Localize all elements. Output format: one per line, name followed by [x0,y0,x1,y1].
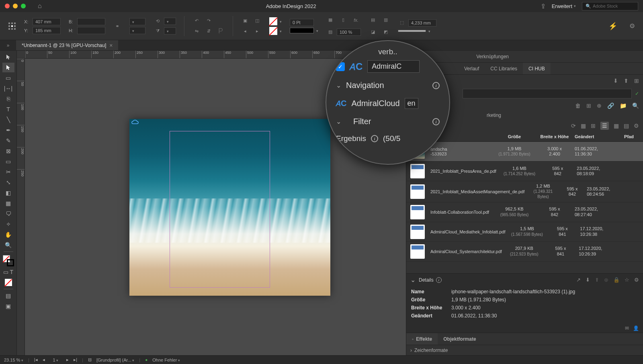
table-row[interactable]: AdmiralCloud_Mediathek_Infoblatt.pdf1,5 … [406,222,643,242]
gap-tool[interactable]: |↔| [2,84,14,93]
eyedropper-tool[interactable]: ✧ [2,219,14,229]
adobe-stock-search[interactable]: 🔍Adobe Stock [582,2,638,10]
info-icon[interactable]: i [432,82,440,89]
constrain-icon[interactable]: ⚭ [113,22,121,30]
tab-toggle-icon[interactable]: » [0,43,16,48]
check-icon[interactable]: ✓ [635,91,639,96]
header-modified[interactable]: Geändert [575,134,619,139]
download-icon[interactable]: ⬇ [613,78,618,84]
drop-shadow-icon[interactable]: ◪ [369,28,377,36]
rectangle-frame-tool[interactable]: ⊠ [2,146,14,156]
selection-tool[interactable] [2,52,14,62]
fill-stroke-control[interactable] [3,255,14,266]
star-icon[interactable]: ☆ [625,277,629,283]
gradient-swatch-tool[interactable]: ◧ [2,188,14,198]
vertical-ruler[interactable]: 050100150200250 [17,59,25,355]
zoom-level[interactable]: 23.15 % [4,358,23,362]
document-tab[interactable]: *Unbenannt-1 @ 23 % [GPU-Vorschau] × [16,40,118,50]
table-row[interactable]: andscha-5339231,9 MB(1.971.280 Bytes)3.0… [406,142,643,162]
scissors-tool[interactable]: ✂ [2,167,14,177]
line-tool[interactable]: ╲ [2,115,14,125]
tab-effekte[interactable]: ◦Effekte [406,333,438,345]
free-transform-tool[interactable]: ⤡ [2,178,14,187]
list-view-icon[interactable]: ☰ [600,122,609,130]
opacity-input[interactable] [337,29,361,36]
tab-cc-libraries[interactable]: CC Libraries [485,63,523,74]
table-row[interactable]: 2021_Infoblatt_MediaAssetManagement_de.p… [406,181,643,202]
add-icon[interactable]: ⊞ [586,102,591,109]
tab-objektformate[interactable]: Objektformate [438,333,481,345]
maximize-window-button[interactable] [21,4,26,8]
cihub-search-input[interactable] [463,89,632,98]
flip-h-icon[interactable]: ⇋ [192,27,201,35]
close-window-button[interactable] [5,4,10,8]
corner-shape-input[interactable] [398,30,426,32]
gear-icon[interactable]: ⚙ [634,277,639,283]
minimize-window-button[interactable] [13,4,18,8]
frame-fit-icon[interactable]: ▯ [339,16,347,24]
wrap-around-icon[interactable]: ▥ [382,16,390,24]
preflight-profile[interactable]: [Grundprofil] (Ar... [96,358,134,362]
scale-y-input[interactable] [129,27,145,34]
content-frame[interactable] [170,131,270,288]
table-row[interactable]: AdmiralCloud_Systemarchitektur.pdf207,9 … [406,242,643,262]
info-icon[interactable]: i [371,135,378,142]
user-icon[interactable]: 👤 [633,325,639,331]
workspace-dropdown[interactable]: Erweitert [552,3,576,9]
wrap-none-icon[interactable]: ▤ [369,16,377,24]
rotate-cw-icon[interactable]: ↷ [205,17,213,25]
add-box-icon[interactable]: ⊞ [634,78,639,84]
shear-input[interactable] [164,27,176,35]
header-path[interactable]: Pfad [619,134,639,139]
page-nav-last-icon[interactable]: ▸| [74,357,77,362]
chevron-down-icon[interactable]: ⌄ [336,82,341,89]
home-icon[interactable]: ⌂ [38,2,42,10]
card-view-icon[interactable]: ▤ [624,123,629,129]
page-nav-next-icon[interactable]: ▸ [66,357,69,362]
page-nav-prev-icon[interactable]: ◂ [43,357,45,362]
hand-tool[interactable]: ✋ [2,230,14,239]
height-input[interactable] [77,27,105,34]
page-tool[interactable]: ▭ [2,73,14,83]
document-page[interactable] [129,119,330,296]
fill-swatch[interactable] [269,17,277,25]
pencil-tool[interactable]: ✎ [2,136,14,145]
direct-selection-tool[interactable] [2,63,14,72]
control-settings-icon[interactable]: ⚙ [629,22,635,30]
zoom-tool[interactable]: 🔍 [2,240,14,250]
grid-view-icon[interactable]: ▦ [614,123,619,129]
rotate-input[interactable] [164,18,176,25]
settings-gear-icon[interactable]: ⚙ [634,123,639,129]
corner-input[interactable] [408,19,436,27]
stroke-style-swatch[interactable] [290,28,314,33]
view-mode-normal[interactable]: ▤ [2,291,14,301]
tab-verlauf[interactable]: Verlauf [459,63,485,74]
stroke-swatch[interactable] [269,27,277,35]
download-icon[interactable]: ⬇ [586,277,590,283]
select-content-icon[interactable]: ◫ [253,17,261,25]
page-number[interactable]: 1 [50,358,62,362]
info-icon[interactable]: i [432,118,440,125]
table-view-icon[interactable]: ▦ [581,123,586,129]
service-name-input[interactable] [367,60,420,73]
x-input[interactable] [33,18,61,25]
ruler-origin[interactable] [17,51,25,59]
fx-icon[interactable]: fx. [352,16,360,24]
folder-icon[interactable]: 📁 [620,102,627,109]
apply-container-icon[interactable]: ▭ T [2,267,14,277]
zoom-in-icon[interactable]: ⊕ [597,102,602,109]
select-next-icon[interactable]: ▸ [253,27,261,35]
pen-tool[interactable]: ✒ [2,125,14,135]
lang-badge[interactable]: en [405,98,418,109]
width-input[interactable] [77,18,105,25]
refresh-icon[interactable]: ⟳ [571,123,576,129]
select-prev-icon[interactable]: ◂ [241,27,249,35]
search-icon[interactable]: 🔍 [632,102,639,109]
share-icon[interactable]: ⇪ [541,2,546,10]
open-external-icon[interactable]: ↗ [576,277,581,283]
note-tool[interactable]: 🗨 [2,209,14,219]
gradient-feather-tool[interactable]: ▦ [2,198,14,208]
type-tool[interactable]: T [2,104,14,114]
stroke-weight-input[interactable] [290,19,314,26]
table-row[interactable]: Infoblatt-CollaborationTool.pdf962,5 KB(… [406,202,643,222]
